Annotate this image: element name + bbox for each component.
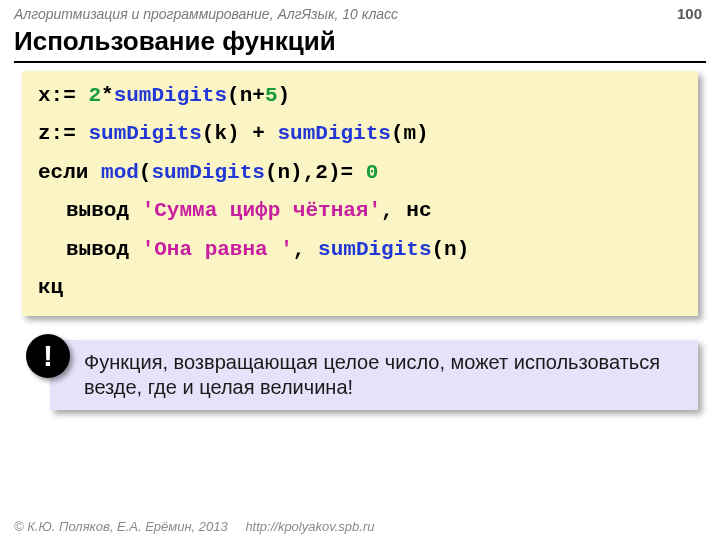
code-line-3: если mod(sumDigits(n),2)= 0: [38, 158, 682, 188]
code-line-4: вывод 'Сумма цифр чётная', нс: [38, 196, 682, 226]
title-divider: [14, 61, 706, 63]
code-line-1: x:= 2*sumDigits(n+5): [38, 81, 682, 111]
code-line-6: кц: [38, 273, 682, 303]
copyright: © К.Ю. Поляков, Е.А. Ерёмин, 2013: [14, 519, 228, 534]
code-line-5: вывод 'Она равна ', sumDigits(n): [38, 235, 682, 265]
note-text: Функция, возвращающая целое число, может…: [84, 350, 684, 400]
slide-footer: © К.Ю. Поляков, Е.А. Ерёмин, 2013 http:/…: [14, 519, 374, 534]
exclamation-icon: !: [26, 334, 70, 378]
page-title: Использование функций: [0, 24, 720, 61]
footer-link: http://kpolyakov.spb.ru: [245, 519, 374, 534]
slide-header: Алгоритмизация и программирование, АлгЯз…: [0, 0, 720, 24]
course-label: Алгоритмизация и программирование, АлгЯз…: [14, 6, 398, 22]
slide-number: 100: [677, 5, 702, 22]
code-block: x:= 2*sumDigits(n+5) z:= sumDigits(k) + …: [22, 71, 698, 316]
note-box: ! Функция, возвращающая целое число, мож…: [50, 340, 698, 410]
code-line-2: z:= sumDigits(k) + sumDigits(m): [38, 119, 682, 149]
